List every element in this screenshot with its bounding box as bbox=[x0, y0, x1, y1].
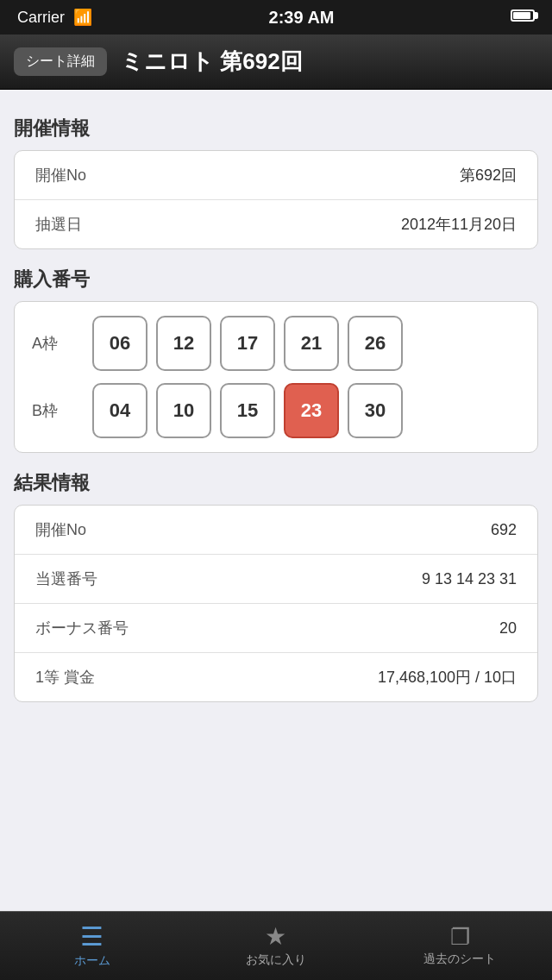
tab-history-label: 過去のシート bbox=[423, 952, 496, 967]
nav-bar: シート詳細 ミニロト 第692回 bbox=[0, 35, 552, 90]
result-section-title: 結果情報 bbox=[14, 470, 538, 496]
content-area: 開催情報 開催No 第692回 抽選日 2012年11月20日 購入番号 A枠 … bbox=[0, 90, 552, 911]
battery-icon bbox=[511, 9, 535, 24]
tab-history[interactable]: ❐ 過去のシート bbox=[368, 912, 552, 980]
history-icon: ❐ bbox=[450, 926, 470, 948]
info-value-1: 2012年11月20日 bbox=[401, 214, 517, 235]
info-card: 開催No 第692回 抽選日 2012年11月20日 bbox=[14, 150, 538, 249]
home-icon: ☰ bbox=[80, 924, 104, 950]
info-row-1: 抽選日 2012年11月20日 bbox=[15, 200, 537, 248]
tab-favorites[interactable]: ★ お気に入り bbox=[184, 912, 367, 980]
ball-b-4: 30 bbox=[348, 383, 403, 438]
result-row-0: 開催No 692 bbox=[15, 506, 537, 555]
info-label-0: 開催No bbox=[35, 165, 86, 185]
status-bar: Carrier 📶 2:39 AM bbox=[0, 0, 552, 35]
ball-a-4: 26 bbox=[348, 316, 403, 371]
result-label-0: 開催No bbox=[35, 519, 86, 540]
result-value-0: 692 bbox=[491, 521, 517, 539]
ball-a-3: 21 bbox=[284, 316, 339, 371]
purchase-row-a: A枠 06 12 17 21 26 bbox=[32, 316, 520, 371]
result-value-2: 20 bbox=[499, 619, 517, 638]
tab-favorites-label: お気に入り bbox=[246, 952, 306, 968]
result-value-1: 9 13 14 23 31 bbox=[422, 570, 517, 588]
result-row-3: 1等 賞金 17,468,100円 / 10口 bbox=[15, 653, 537, 701]
ball-b-2: 15 bbox=[220, 383, 275, 438]
info-label-1: 抽選日 bbox=[35, 214, 82, 235]
result-card: 開催No 692 当選番号 9 13 14 23 31 ボーナス番号 20 1等… bbox=[14, 505, 538, 702]
wifi-icon: 📶 bbox=[73, 8, 92, 27]
info-value-0: 第692回 bbox=[460, 165, 517, 185]
ball-b-1: 10 bbox=[156, 383, 211, 438]
ball-b-3: 23 bbox=[284, 383, 339, 438]
carrier-label: Carrier bbox=[17, 9, 65, 27]
ball-a-0: 06 bbox=[92, 316, 147, 371]
ball-a-2: 17 bbox=[220, 316, 275, 371]
row-b-label: B枠 bbox=[32, 400, 84, 421]
result-label-2: ボーナス番号 bbox=[35, 618, 129, 638]
star-icon: ★ bbox=[265, 925, 286, 949]
ball-a-1: 12 bbox=[156, 316, 211, 371]
result-value-3: 17,468,100円 / 10口 bbox=[378, 667, 517, 688]
result-row-1: 当選番号 9 13 14 23 31 bbox=[15, 555, 537, 604]
tab-home[interactable]: ☰ ホーム bbox=[0, 912, 184, 980]
ball-b-0: 04 bbox=[92, 383, 147, 438]
nav-title: ミニロト 第692回 bbox=[121, 47, 303, 77]
result-label-3: 1等 賞金 bbox=[35, 667, 95, 688]
info-row-0: 開催No 第692回 bbox=[15, 151, 537, 200]
purchase-section-title: 購入番号 bbox=[14, 267, 538, 292]
info-section-title: 開催情報 bbox=[14, 116, 538, 141]
result-label-1: 当選番号 bbox=[35, 569, 97, 589]
result-row-2: ボーナス番号 20 bbox=[15, 604, 537, 653]
back-button[interactable]: シート詳細 bbox=[14, 47, 107, 76]
purchase-card: A枠 06 12 17 21 26 B枠 04 10 15 23 30 bbox=[14, 301, 538, 453]
tab-home-label: ホーム bbox=[74, 953, 110, 969]
row-a-label: A枠 bbox=[32, 333, 84, 354]
time-label: 2:39 AM bbox=[269, 8, 335, 27]
tab-bar: ☰ ホーム ★ お気に入り ❐ 過去のシート bbox=[0, 911, 552, 980]
purchase-row-b: B枠 04 10 15 23 30 bbox=[32, 383, 520, 438]
